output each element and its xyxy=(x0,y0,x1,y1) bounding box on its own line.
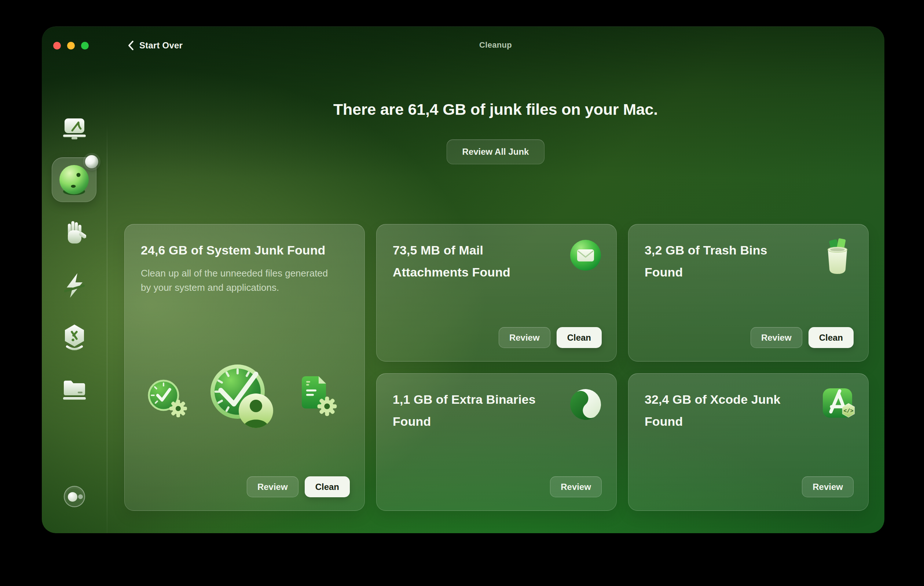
clean-button[interactable]: Clean xyxy=(305,476,350,497)
sidebar-divider xyxy=(107,124,107,533)
sidebar-item-performance[interactable] xyxy=(42,272,107,299)
cleanup-sphere-icon xyxy=(56,162,92,197)
junk-cards-grid: 24,6 GB of System Junk Found Clean up al… xyxy=(124,224,869,511)
app-window: Start Over Cleanup xyxy=(42,26,884,533)
review-button[interactable]: Review xyxy=(550,476,602,497)
lightning-icon xyxy=(64,272,85,299)
card-title: 3,2 GB of Trash Bins Found xyxy=(645,239,805,283)
review-button[interactable]: Review xyxy=(499,327,550,348)
card-mail-attachments: 73,5 MB of Mail Attachments Found Review… xyxy=(376,224,617,362)
code-badge-glyph: </> xyxy=(843,408,853,414)
sidebar-item-my-clutter[interactable] xyxy=(42,378,107,401)
assistant-bubbles-icon xyxy=(68,492,78,502)
junk-summary-headline: There are 61,4 GB of junk files on your … xyxy=(107,100,884,119)
zoom-window-button[interactable] xyxy=(81,42,89,50)
xcode-tools-icon: </> xyxy=(822,388,859,423)
gear-icon xyxy=(318,397,337,416)
card-system-junk: 24,6 GB of System Junk Found Clean up al… xyxy=(124,224,365,511)
assistant-button[interactable] xyxy=(64,486,85,507)
review-all-junk-button[interactable]: Review All Junk xyxy=(447,139,545,164)
notification-badge xyxy=(85,155,98,168)
card-title: 1,1 GB of Extra Binaries Found xyxy=(393,388,553,432)
card-title: 24,6 GB of System Junk Found xyxy=(141,239,348,261)
folder-icon xyxy=(62,378,87,401)
mac-display-icon xyxy=(63,118,86,140)
page-title: Cleanup xyxy=(107,40,884,50)
review-button[interactable]: Review xyxy=(247,476,299,497)
assistant-bubble-small-icon xyxy=(78,494,83,499)
traffic-lights xyxy=(53,42,89,50)
clean-button[interactable]: Clean xyxy=(557,327,602,348)
minimize-window-button[interactable] xyxy=(67,42,75,50)
card-description: Clean up all of the unneeded files gener… xyxy=(141,266,333,295)
sidebar-item-applications[interactable] xyxy=(42,324,107,352)
system-junk-illustration xyxy=(142,359,340,444)
stop-hand-icon xyxy=(63,220,86,246)
sidebar-item-cleanup[interactable] xyxy=(52,157,96,202)
review-button[interactable]: Review xyxy=(802,476,854,497)
clean-button[interactable]: Clean xyxy=(808,327,854,348)
card-extra-binaries: 1,1 GB of Extra Binaries Found Review xyxy=(376,373,617,511)
sidebar-item-protection[interactable] xyxy=(42,220,107,246)
gear-icon xyxy=(169,400,187,417)
card-xcode-junk: 32,4 GB of Xcode Junk Found xyxy=(628,373,869,511)
card-title: 73,5 MB of Mail Attachments Found xyxy=(393,239,553,283)
card-trash-bins: 3,2 GB of Trash Bins Found Review Clean xyxy=(628,224,869,362)
sidebar-item-smart-care[interactable] xyxy=(42,118,107,140)
trash-bin-icon xyxy=(823,237,851,275)
binaries-swirl-icon xyxy=(569,388,602,421)
mail-envelope-icon xyxy=(569,239,602,271)
applications-hexagon-icon xyxy=(62,324,87,352)
close-window-button[interactable] xyxy=(53,42,61,50)
review-button[interactable]: Review xyxy=(751,327,802,348)
card-title: 32,4 GB of Xcode Junk Found xyxy=(645,388,805,432)
